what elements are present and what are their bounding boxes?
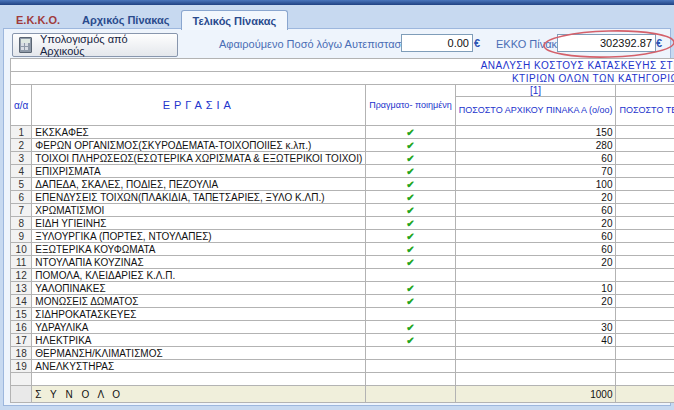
- cell-work-name[interactable]: ΕΠΙΧΡΙΣΜΑΤΑ: [32, 165, 366, 178]
- cell-pct-final[interactable]: 20: [616, 256, 674, 269]
- cell-pct-final[interactable]: [616, 269, 674, 282]
- cell-realized[interactable]: ✔: [366, 178, 455, 191]
- cell-row-number[interactable]: 11: [11, 256, 32, 269]
- cell-row-number[interactable]: 6: [11, 191, 32, 204]
- cell-row-number[interactable]: 12: [11, 269, 32, 282]
- cell-pct-initial[interactable]: 280: [455, 139, 616, 152]
- cell-pct-initial[interactable]: 30: [455, 321, 616, 334]
- cell-pct-final[interactable]: 20: [616, 295, 674, 308]
- cell-work-name[interactable]: ΝΤΟΥΛΑΠΙΑ ΚΟΥΖΙΝΑΣ: [32, 256, 366, 269]
- cell-row-number[interactable]: 1: [11, 126, 32, 139]
- cell-pct-final[interactable]: [616, 373, 674, 386]
- cell-row-number[interactable]: 4: [11, 165, 32, 178]
- cell-row-number[interactable]: 2: [11, 139, 32, 152]
- cell-realized[interactable]: [366, 308, 455, 321]
- cell-pct-initial[interactable]: 20: [455, 295, 616, 308]
- cell-pct-initial[interactable]: 150: [455, 126, 616, 139]
- cell-pct-final[interactable]: 100: [616, 178, 674, 191]
- ekko-table-input[interactable]: [557, 34, 656, 52]
- cell-pct-initial[interactable]: 100: [455, 178, 616, 191]
- cell-pct-final[interactable]: 30: [616, 321, 674, 334]
- cell-realized[interactable]: ✔: [366, 295, 455, 308]
- cell-work-name[interactable]: ΞΥΛΟΥΡΓΙΚΑ (ΠΟΡΤΕΣ, ΝΤΟΥΛΑΠΕΣ): [32, 230, 366, 243]
- cell-pct-initial[interactable]: 20: [455, 256, 616, 269]
- cell-work-name[interactable]: ΕΚΣΚΑΦΕΣ: [32, 126, 366, 139]
- cell-pct-final[interactable]: 70: [616, 165, 674, 178]
- cell-pct-initial[interactable]: [455, 373, 616, 386]
- tab-final-table[interactable]: Τελικός Πίνακας: [181, 10, 289, 30]
- cell-work-name[interactable]: ΜΟΝΩΣΕΙΣ ΔΩΜΑΤΟΣ: [32, 295, 366, 308]
- cell-realized[interactable]: ✔: [366, 243, 455, 256]
- cell-pct-initial[interactable]: 60: [455, 230, 616, 243]
- cell-realized[interactable]: ✔: [366, 191, 455, 204]
- cell-work-name[interactable]: ΗΛΕΚΤΡΙΚΑ: [32, 334, 366, 347]
- calculate-from-initial-button[interactable]: Υπολογισμός από Αρχικούς: [12, 33, 178, 57]
- cell-realized[interactable]: ✔: [366, 217, 455, 230]
- cell-work-name[interactable]: ΥΔΡΑΥΛΙΚΑ: [32, 321, 366, 334]
- cell-pct-initial[interactable]: 60: [455, 152, 616, 165]
- cell-realized[interactable]: ✔: [366, 321, 455, 334]
- cell-pct-initial[interactable]: 20: [455, 217, 616, 230]
- cell-work-name[interactable]: ΕΙΔΗ ΥΓΙΕΙΝΗΣ: [32, 217, 366, 230]
- cell-row-number[interactable]: 15: [11, 308, 32, 321]
- cell-work-name[interactable]: ΤΟΙΧΟΙ ΠΛΗΡΩΣΕΩΣ(ΕΣΩΤΕΡΙΚΑ ΧΩΡΙΣΜΑΤΑ & Ε…: [32, 152, 366, 165]
- cell-realized[interactable]: ✔: [366, 334, 455, 347]
- tab-initial-table[interactable]: Αρχικός Πίνακας: [71, 10, 181, 29]
- cell-row-number[interactable]: 14: [11, 295, 32, 308]
- cell-realized[interactable]: [366, 360, 455, 373]
- cell-pct-final[interactable]: 150: [616, 126, 674, 139]
- cell-work-name[interactable]: ΕΞΩΤΕΡΙΚΑ ΚΟΥΦΩΜΑΤΑ: [32, 243, 366, 256]
- cell-work-name[interactable]: ΥΑΛΟΠΙΝΑΚΕΣ: [32, 282, 366, 295]
- cell-row-number[interactable]: 3: [11, 152, 32, 165]
- cell-row-number[interactable]: 16: [11, 321, 32, 334]
- cell-pct-final[interactable]: 40: [616, 334, 674, 347]
- cell-pct-final[interactable]: 60: [616, 230, 674, 243]
- cell-work-name[interactable]: ΘΕΡΜΑΝΣΗ/ΚΛΙΜΑΤΙΣΜΟΣ: [32, 347, 366, 360]
- cell-pct-final[interactable]: 60: [616, 152, 674, 165]
- cell-work-name[interactable]: ΔΑΠΕΔΑ, ΣΚΑΛΕΣ, ΠΟΔΙΕΣ, ΠΕΖΟΥΛΙΑ: [32, 178, 366, 191]
- cell-row-number[interactable]: 19: [11, 360, 32, 373]
- cell-row-number[interactable]: 8: [11, 217, 32, 230]
- cell-row-number[interactable]: 10: [11, 243, 32, 256]
- cell-work-name[interactable]: ΠΟΜΟΛΑ, ΚΛΕΙΔΑΡΙΕΣ Κ.Λ.Π.: [32, 269, 366, 282]
- cell-work-name[interactable]: ΦΕΡΩΝ ΟΡΓΑΝΙΣΜΟΣ(ΣΚΥΡΟΔΕΜΑΤΑ-ΤΟΙΧΟΠΟΙΙΕΣ…: [32, 139, 366, 152]
- cell-pct-final[interactable]: [616, 308, 674, 321]
- cell-realized[interactable]: ✔: [366, 204, 455, 217]
- cell-row-number[interactable]: 17: [11, 334, 32, 347]
- cell-pct-initial[interactable]: [455, 269, 616, 282]
- cell-row-number[interactable]: 13: [11, 282, 32, 295]
- cell-work-name[interactable]: ΕΠΕΝΔΥΣΕΙΣ ΤΟΙΧΩΝ(ΠΛΑΚΙΔΙΑ, ΤΑΠΕΤΣΑΡΙΕΣ,…: [32, 191, 366, 204]
- cell-pct-final[interactable]: 20: [616, 217, 674, 230]
- cell-work-name[interactable]: [32, 373, 366, 386]
- cell-row-number[interactable]: 7: [11, 204, 32, 217]
- cell-realized[interactable]: ✔: [366, 152, 455, 165]
- cell-pct-final[interactable]: 20: [616, 191, 674, 204]
- cell-pct-final[interactable]: 280: [616, 139, 674, 152]
- cell-realized[interactable]: ✔: [366, 126, 455, 139]
- cell-pct-initial[interactable]: 60: [455, 243, 616, 256]
- cell-realized[interactable]: ✔: [366, 230, 455, 243]
- cell-pct-final[interactable]: [616, 360, 674, 373]
- deduction-input[interactable]: [401, 34, 473, 52]
- cell-pct-initial[interactable]: 60: [455, 204, 616, 217]
- cell-pct-initial[interactable]: [455, 360, 616, 373]
- cell-row-number[interactable]: [11, 373, 32, 386]
- cell-work-name[interactable]: ΑΝΕΛΚΥΣΤΗΡΑΣ: [32, 360, 366, 373]
- cell-realized[interactable]: ✔: [366, 282, 455, 295]
- cell-pct-initial[interactable]: 20: [455, 191, 616, 204]
- cell-realized[interactable]: ✔: [366, 139, 455, 152]
- cell-pct-final[interactable]: 60: [616, 204, 674, 217]
- cell-row-number[interactable]: 9: [11, 230, 32, 243]
- cell-pct-final[interactable]: 10: [616, 282, 674, 295]
- cell-row-number[interactable]: 18: [11, 347, 32, 360]
- cell-realized[interactable]: [366, 269, 455, 282]
- cell-pct-initial[interactable]: 40: [455, 334, 616, 347]
- tab-ekko[interactable]: Ε.Κ.Κ.Ο.: [5, 10, 71, 29]
- cell-realized[interactable]: ✔: [366, 165, 455, 178]
- cell-pct-initial[interactable]: 10: [455, 282, 616, 295]
- cell-pct-final[interactable]: 60: [616, 243, 674, 256]
- cell-realized[interactable]: [366, 347, 455, 360]
- cell-pct-initial[interactable]: [455, 347, 616, 360]
- cell-work-name[interactable]: ΧΡΩΜΑΤΙΣΜΟΙ: [32, 204, 366, 217]
- cell-realized[interactable]: ✔: [366, 256, 455, 269]
